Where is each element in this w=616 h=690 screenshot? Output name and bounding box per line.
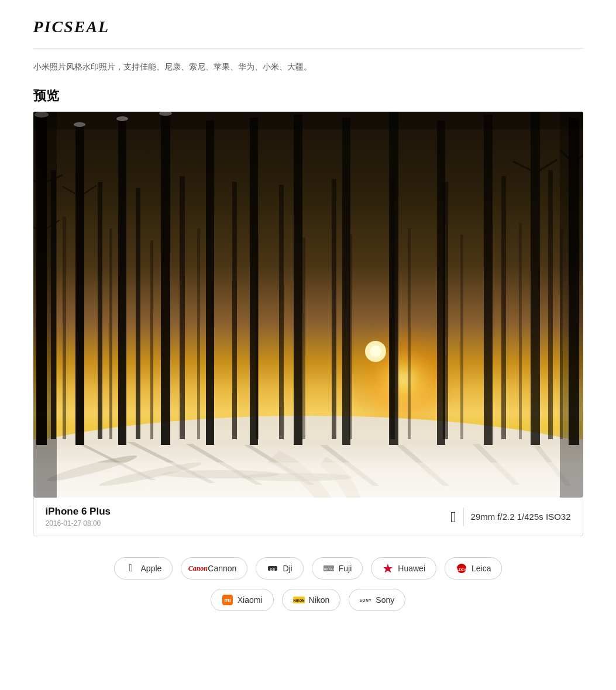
photo-date: 2016-01-27 08:00 bbox=[46, 519, 111, 527]
svg-rect-20 bbox=[150, 240, 153, 439]
info-divider bbox=[463, 508, 464, 526]
svg-text:NIKON: NIKON bbox=[293, 599, 304, 602]
preview-image bbox=[33, 112, 583, 498]
leica-label: Leica bbox=[472, 564, 491, 573]
svg-rect-43 bbox=[161, 112, 170, 445]
dji-brand-icon: DJI bbox=[267, 563, 278, 574]
svg-rect-51 bbox=[531, 112, 540, 445]
svg-rect-47 bbox=[342, 118, 350, 445]
svg-rect-31 bbox=[136, 188, 140, 439]
svg-rect-30 bbox=[98, 182, 102, 439]
huawei-brand-icon bbox=[382, 563, 394, 574]
svg-rect-27 bbox=[519, 223, 522, 439]
svg-rect-23 bbox=[302, 237, 305, 439]
brand-button-apple[interactable]:  Apple bbox=[114, 557, 173, 579]
nikon-label: Nikon bbox=[309, 595, 330, 605]
brand-button-fuji[interactable]: FUJIFILM Fuji bbox=[312, 557, 363, 579]
xiaomi-label: Xiaomi bbox=[238, 595, 263, 605]
dji-label: Dji bbox=[283, 564, 292, 573]
sony-brand-icon: SONY bbox=[360, 594, 371, 606]
svg-rect-54 bbox=[75, 199, 77, 305]
app-logo: PICSEAL bbox=[33, 18, 583, 36]
svg-rect-26 bbox=[460, 234, 463, 439]
brand-button-cannon[interactable]: Canon Cannon bbox=[181, 557, 247, 579]
brand-row-1:  Apple Canon Cannon DJI Dji bbox=[114, 557, 503, 579]
page-description: 小米照片风格水印照片，支持佳能、尼康、索尼、苹果、华为、小米、大疆。 bbox=[33, 60, 583, 73]
fuji-brand-icon: FUJIFILM bbox=[323, 563, 335, 574]
svg-rect-38 bbox=[501, 176, 506, 439]
sony-label: Sony bbox=[376, 595, 394, 605]
camera-specs: 29mm f/2.2 1/425s ISO32 bbox=[471, 512, 571, 522]
svg-rect-72 bbox=[560, 112, 583, 498]
svg-rect-39 bbox=[548, 170, 553, 439]
svg-rect-49 bbox=[437, 120, 445, 445]
nikon-brand-icon: NIKON bbox=[293, 594, 305, 606]
svg-rect-73 bbox=[33, 112, 583, 129]
canon-brand-icon: Canon bbox=[192, 563, 204, 574]
leica-brand-icon: LEICA bbox=[456, 563, 467, 574]
apple-logo-icon:  bbox=[450, 509, 456, 525]
svg-rect-25 bbox=[408, 229, 411, 439]
brand-button-sony[interactable]: SONY Sony bbox=[349, 589, 405, 611]
svg-rect-55 bbox=[118, 182, 119, 310]
svg-rect-46 bbox=[294, 115, 302, 445]
preview-image-container bbox=[33, 112, 583, 498]
svg-rect-18 bbox=[63, 217, 66, 439]
svg-rect-19 bbox=[109, 229, 112, 439]
preview-title: 预览 bbox=[33, 87, 583, 105]
svg-rect-33 bbox=[232, 182, 237, 439]
brand-button-dji[interactable]: DJI Dji bbox=[256, 557, 303, 579]
svg-text:SONY: SONY bbox=[360, 598, 371, 602]
brand-button-xiaomi[interactable]: mi Xiaomi bbox=[211, 589, 274, 611]
svg-text:LEICA: LEICA bbox=[457, 568, 466, 571]
apple-label: Apple bbox=[141, 564, 162, 573]
photo-info-bar: iPhone 6 Plus 2016-01-27 08:00  29mm f/… bbox=[33, 498, 583, 536]
brand-button-nikon[interactable]: NIKON Nikon bbox=[282, 589, 341, 611]
svg-text:mi: mi bbox=[224, 597, 231, 603]
svg-rect-70 bbox=[33, 463, 583, 498]
svg-rect-71 bbox=[33, 112, 57, 498]
svg-point-3 bbox=[370, 346, 381, 357]
svg-text:FUJIFILM: FUJIFILM bbox=[323, 568, 335, 571]
svg-rect-48 bbox=[389, 112, 398, 445]
brand-row-2: mi Xiaomi NIKON Nikon SONY bbox=[211, 589, 406, 611]
svg-rect-32 bbox=[180, 176, 185, 439]
header-divider bbox=[33, 48, 583, 49]
brand-buttons-section:  Apple Canon Cannon DJI Dji bbox=[33, 557, 583, 634]
svg-rect-44 bbox=[206, 120, 214, 445]
svg-text:DJI: DJI bbox=[271, 568, 276, 571]
svg-rect-45 bbox=[250, 118, 258, 445]
device-name: iPhone 6 Plus bbox=[46, 506, 111, 518]
svg-rect-34 bbox=[279, 185, 284, 439]
device-info: iPhone 6 Plus 2016-01-27 08:00 bbox=[46, 506, 111, 527]
huawei-label: Huawei bbox=[398, 564, 425, 573]
brand-button-huawei[interactable]: Huawei bbox=[371, 557, 436, 579]
svg-rect-50 bbox=[484, 115, 493, 445]
svg-rect-35 bbox=[332, 179, 336, 439]
cannon-label: Cannon bbox=[208, 564, 236, 573]
xiaomi-brand-icon: mi bbox=[222, 594, 233, 606]
camera-info:  29mm f/2.2 1/425s ISO32 bbox=[450, 508, 570, 526]
brand-button-leica[interactable]: LEICA Leica bbox=[445, 557, 502, 579]
svg-rect-42 bbox=[118, 118, 126, 445]
fuji-label: Fuji bbox=[339, 564, 352, 573]
svg-rect-21 bbox=[197, 229, 200, 439]
apple-brand-icon:  bbox=[125, 563, 137, 574]
